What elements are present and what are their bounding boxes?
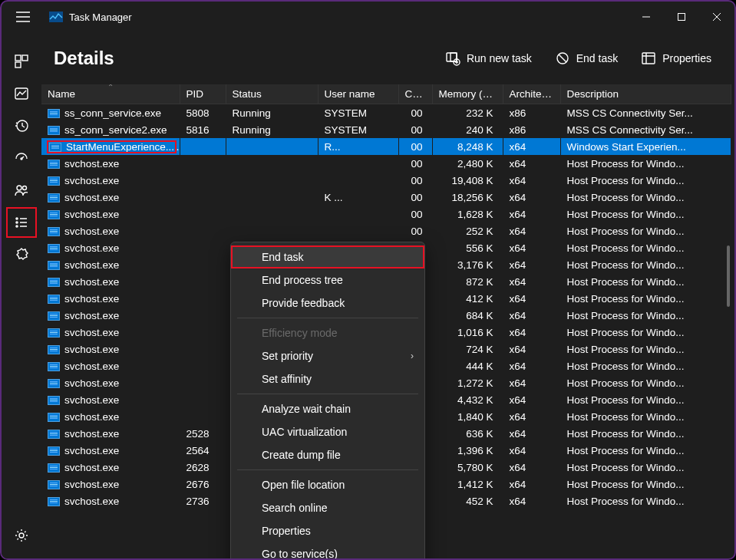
details-nav[interactable] (6, 207, 37, 238)
cell-arch: x64 (503, 155, 560, 172)
cell-memory: 872 K (432, 273, 503, 290)
window-controls (629, 5, 734, 28)
main-panel: Details Run new task End task Properties (41, 32, 734, 558)
col-pid[interactable]: PID (180, 84, 226, 104)
col-desc[interactable]: Description (560, 84, 731, 104)
run-new-task-button[interactable]: Run new task (437, 46, 540, 71)
cell-arch: x64 (503, 492, 560, 509)
cell-memory: 444 K (432, 357, 503, 374)
cell-desc: Host Process for Windo... (560, 256, 731, 273)
end-task-button[interactable]: End task (547, 46, 625, 71)
hamburger-menu-button[interactable] (8, 2, 38, 32)
cell-arch: x64 (503, 307, 560, 324)
users-nav[interactable] (6, 175, 37, 206)
cell-arch: x64 (503, 290, 560, 307)
col-name[interactable]: ⌃Name (41, 84, 180, 104)
cell-arch: x64 (503, 324, 560, 341)
maximize-button[interactable] (664, 5, 699, 28)
table-row[interactable]: svchost.exe001,628 Kx64Host Process for … (41, 206, 731, 222)
cell-cpu: 00 (398, 172, 432, 189)
cell-memory: 19,408 K (432, 172, 503, 189)
scrollbar-thumb[interactable] (727, 245, 730, 307)
cell-name: svchost.exe (41, 324, 180, 341)
cell-name: ss_conn_service.exe (41, 104, 180, 122)
context-menu-item[interactable]: UAC virtualization (231, 420, 424, 443)
cell-arch: x64 (503, 189, 560, 206)
col-arch[interactable]: Architec... (503, 84, 560, 104)
context-menu-item[interactable]: Create dump file (231, 443, 424, 466)
context-menu-item[interactable]: End process tree (231, 268, 424, 292)
properties-button[interactable]: Properties (633, 46, 719, 71)
context-menu-item[interactable]: Properties (231, 519, 424, 542)
cell-name: ss_conn_service2.exe (41, 121, 180, 138)
col-user[interactable]: User name (318, 84, 398, 104)
context-menu-item[interactable]: Provide feedback (231, 292, 424, 315)
cell-memory: 252 K (432, 222, 503, 239)
context-menu-item[interactable]: Set affinity (231, 367, 424, 390)
cell-pid: 2564 (180, 442, 226, 459)
cell-memory: 1,016 K (432, 324, 503, 341)
context-menu-item[interactable]: Set priority› (231, 344, 424, 367)
table-row[interactable]: ss_conn_service2.exe5816RunningSYSTEM002… (41, 121, 731, 138)
context-menu-item[interactable]: Search online (231, 496, 424, 519)
cell-desc: Host Process for Windo... (560, 425, 731, 442)
cell-desc: Host Process for Windo... (560, 492, 731, 509)
cell-user (318, 222, 398, 239)
cell-desc: Host Process for Windo... (560, 324, 731, 341)
cell-name: svchost.exe (41, 273, 180, 290)
cell-cpu: 00 (398, 222, 432, 239)
cell-memory: 3,176 K (432, 256, 503, 273)
cell-pid (180, 256, 226, 273)
cell-desc: Windows Start Experien... (560, 138, 731, 155)
table-row[interactable]: svchost.exeK ...0018,256 Kx64Host Proces… (41, 189, 731, 206)
cell-name: svchost.exe (41, 374, 180, 391)
services-nav[interactable] (6, 239, 37, 270)
cell-name: svchost.exe (41, 239, 180, 256)
cell-pid (180, 408, 226, 425)
performance-nav[interactable] (6, 78, 37, 109)
col-memory[interactable]: Memory (ac... (432, 84, 503, 104)
cell-status (226, 138, 318, 155)
col-cpu[interactable]: CPU (398, 84, 432, 104)
context-menu-item[interactable]: End task (231, 245, 424, 268)
cell-name: svchost.exe (41, 307, 180, 324)
svg-point-8 (17, 186, 21, 190)
cell-desc: Host Process for Windo... (560, 408, 731, 425)
svg-rect-15 (451, 53, 457, 61)
cell-status (226, 189, 318, 206)
task-manager-window: Task Manager Details (0, 0, 736, 560)
cell-arch: x64 (503, 239, 560, 256)
cell-desc: Host Process for Windo... (560, 155, 731, 172)
cell-user: SYSTEM (318, 121, 398, 138)
context-menu-item[interactable]: Open file location (231, 473, 424, 496)
cell-pid: 5808 (180, 104, 226, 122)
settings-nav[interactable] (6, 520, 37, 551)
cell-user (318, 155, 398, 172)
processes-nav[interactable] (6, 46, 37, 77)
cell-memory: 1,840 K (432, 408, 503, 425)
table-row[interactable]: svchost.exe0019,408 Kx64Host Process for… (41, 172, 731, 189)
table-header-row: ⌃Name PID Status User name CPU Memory (a… (41, 84, 731, 104)
table-row[interactable]: svchost.exe00252 Kx64Host Process for Wi… (41, 222, 731, 239)
table-row[interactable]: ss_conn_service.exe5808RunningSYSTEM0023… (41, 104, 731, 122)
chevron-right-icon: › (411, 351, 414, 361)
cell-pid (180, 324, 226, 341)
cell-memory: 2,480 K (432, 155, 503, 172)
cell-pid (180, 138, 226, 155)
cell-desc: Host Process for Windo... (560, 476, 731, 492)
startup-apps-nav[interactable] (6, 143, 37, 173)
col-status[interactable]: Status (226, 84, 318, 104)
app-history-nav[interactable] (6, 110, 37, 141)
cell-memory: 684 K (432, 307, 503, 324)
context-menu-item[interactable]: Go to service(s) (231, 542, 424, 558)
app-icon (49, 12, 63, 22)
minimize-button[interactable] (629, 5, 664, 28)
svg-point-7 (21, 158, 22, 160)
table-row[interactable]: StartMenuExperience...R...008,248 Kx64Wi… (41, 138, 731, 155)
cell-user (318, 206, 398, 222)
table-row[interactable]: svchost.exe002,480 Kx64Host Process for … (41, 155, 731, 172)
close-button[interactable] (699, 5, 734, 28)
cell-arch: x64 (503, 357, 560, 374)
context-menu-item[interactable]: Analyze wait chain (231, 397, 424, 420)
svg-rect-3 (22, 55, 28, 61)
